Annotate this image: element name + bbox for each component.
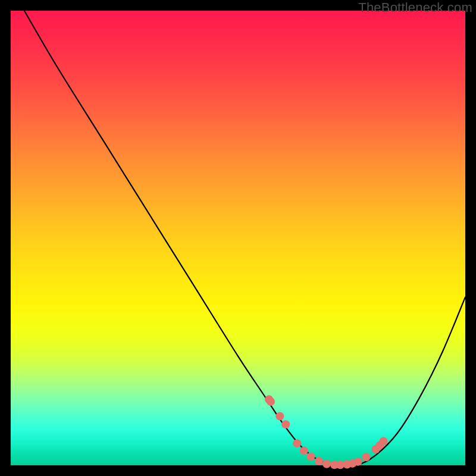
scatter-point — [362, 453, 370, 461]
scatter-point — [306, 453, 315, 461]
scatter-point — [354, 458, 362, 466]
scatter-point — [267, 397, 275, 406]
plot-area — [11, 11, 465, 465]
chart-svg — [11, 11, 465, 465]
scatter-point — [275, 412, 284, 421]
scatter-point — [380, 437, 388, 446]
scatter-point — [322, 460, 331, 468]
scatter-point — [300, 447, 308, 455]
scatter-point — [315, 457, 323, 465]
watermark-text: TheBottleneck.com — [358, 0, 472, 15]
scatter-point — [293, 439, 301, 447]
bottleneck-curve — [24, 11, 465, 466]
scatter-markers — [265, 395, 388, 469]
chart-frame: TheBottleneck.com — [0, 0, 476, 476]
scatter-point — [281, 420, 290, 428]
